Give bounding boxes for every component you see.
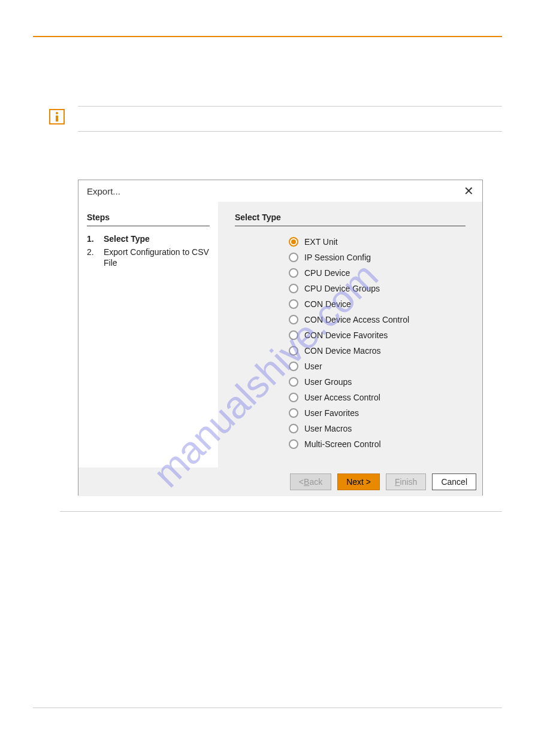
radio-icon [289, 237, 298, 247]
radio-user[interactable]: User [289, 362, 466, 371]
dialog-titlebar: Export... ✕ [78, 180, 482, 202]
radio-user-favorites[interactable]: User Favorites [289, 408, 466, 418]
radio-label: User Groups [304, 377, 352, 387]
back-rest: ack [309, 477, 322, 487]
radio-ext-unit[interactable]: EXT Unit [289, 237, 466, 247]
step-item: 1. Select Type [87, 233, 210, 244]
dialog-footer: < Back Next > Finish Cancel [78, 467, 482, 496]
gray-rule-3 [60, 511, 502, 512]
back-underline: B [304, 477, 309, 487]
export-dialog: Export... ✕ Steps 1. Select Type 2. Expo… [78, 180, 483, 496]
cancel-label: Cancel [441, 477, 467, 487]
radio-con-device[interactable]: CON Device [289, 299, 466, 309]
step-label: Select Type [104, 233, 150, 244]
radio-user-macros[interactable]: User Macros [289, 424, 466, 433]
radio-icon [289, 284, 298, 293]
radio-icon [289, 315, 298, 324]
radio-icon [289, 362, 298, 371]
steps-list: 1. Select Type 2. Export Configuration t… [87, 233, 210, 269]
radio-icon [289, 377, 298, 387]
radio-icon [289, 439, 298, 449]
radio-con-device-favorites[interactable]: CON Device Favorites [289, 330, 466, 340]
radio-label: CON Device Favorites [304, 330, 388, 340]
radio-icon [289, 330, 298, 340]
radio-icon [289, 299, 298, 309]
gray-rule-1 [78, 106, 502, 107]
finish-underline: F [395, 477, 400, 487]
radio-label: User [304, 362, 322, 371]
radio-label: CON Device Access Control [304, 315, 409, 324]
radio-label: IP Session Config [304, 253, 371, 262]
radio-label: User Macros [304, 424, 352, 433]
radio-con-device-access-control[interactable]: CON Device Access Control [289, 315, 466, 324]
radio-label: EXT Unit [304, 237, 338, 247]
step-item: 2. Export Configuration to CSV File [87, 247, 210, 268]
radio-label: CON Device [304, 299, 351, 309]
radio-ip-session-config[interactable]: IP Session Config [289, 253, 466, 262]
gray-rule-4 [33, 708, 502, 708]
radio-cpu-device-groups[interactable]: CPU Device Groups [289, 284, 466, 293]
radio-label: Multi-Screen Control [304, 439, 381, 449]
radio-user-groups[interactable]: User Groups [289, 377, 466, 387]
top-rule [33, 36, 502, 37]
next-label: Next > [346, 477, 371, 487]
back-prefix: < [299, 477, 304, 487]
finish-button[interactable]: Finish [386, 473, 426, 490]
cancel-button[interactable]: Cancel [432, 473, 476, 490]
radio-icon [289, 268, 298, 278]
info-icon [49, 109, 65, 125]
next-button[interactable]: Next > [337, 473, 380, 490]
gray-rule-2 [78, 131, 502, 132]
radio-label: CPU Device [304, 268, 350, 278]
steps-panel: Steps 1. Select Type 2. Export Configura… [78, 202, 218, 467]
radio-label: User Access Control [304, 393, 380, 402]
radio-label: CON Device Macros [304, 346, 381, 356]
radio-icon [289, 393, 298, 402]
close-icon[interactable]: ✕ [464, 185, 474, 197]
dialog-body: Steps 1. Select Type 2. Export Configura… [78, 202, 482, 467]
radio-con-device-macros[interactable]: CON Device Macros [289, 346, 466, 356]
step-label: Export Configuration to CSV File [104, 247, 210, 268]
radio-cpu-device[interactable]: CPU Device [289, 268, 466, 278]
radio-multi-screen-control[interactable]: Multi-Screen Control [289, 439, 466, 449]
radio-icon [289, 424, 298, 433]
radio-user-access-control[interactable]: User Access Control [289, 393, 466, 402]
step-num: 1. [87, 233, 104, 244]
radio-icon [289, 346, 298, 356]
select-type-header: Select Type [235, 212, 466, 226]
radio-icon [289, 253, 298, 262]
select-type-panel: Select Type EXT Unit IP Session Config C… [218, 202, 482, 467]
radio-label: User Favorites [304, 408, 359, 418]
back-button[interactable]: < Back [290, 473, 331, 490]
radio-list: EXT Unit IP Session Config CPU Device CP… [235, 237, 466, 449]
dialog-title: Export... [87, 186, 120, 196]
finish-rest: inish [400, 477, 418, 487]
radio-icon [289, 408, 298, 418]
radio-label: CPU Device Groups [304, 284, 380, 293]
step-num: 2. [87, 247, 104, 268]
steps-header: Steps [87, 212, 210, 226]
